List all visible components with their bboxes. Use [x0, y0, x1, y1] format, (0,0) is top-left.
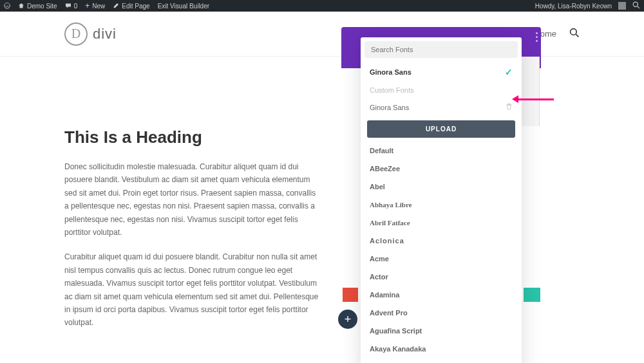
howdy-text[interactable]: Howdy, Lisa-Robyn Keown — [535, 3, 612, 10]
annotation-arrow — [512, 95, 554, 103]
font-list: Default ABeeZee Abel Abhaya Libre Abril … — [361, 142, 522, 363]
font-option[interactable]: Advent Pro — [361, 304, 522, 322]
panel-side-strip — [522, 57, 540, 126]
font-option[interactable]: Akaya Telivigala — [361, 358, 522, 363]
upload-font-button[interactable]: UPLOAD — [367, 120, 515, 138]
paragraph-2: Curabitur aliquet quam id dui posuere bl… — [64, 250, 322, 329]
comments-link[interactable]: 0 — [65, 3, 78, 10]
delete-module-button[interactable] — [343, 288, 358, 302]
font-option[interactable]: Aguafina Script — [361, 322, 522, 340]
svg-line-2 — [638, 6, 639, 8]
font-option[interactable]: Abel — [361, 178, 522, 196]
nav-home-link[interactable]: ome — [540, 29, 556, 39]
logo-icon: D — [64, 23, 88, 46]
logo-text: divi — [93, 26, 117, 42]
wp-admin-bar: Demo Site 0 +New Edit Page Exit Visual B… — [0, 0, 644, 12]
font-option[interactable]: Akaya Kanadaka — [361, 340, 522, 358]
paragraph-1: Donec sollicitudin molestie malesuada. C… — [64, 160, 322, 239]
font-option[interactable]: Abhaya Libre — [361, 196, 522, 214]
font-option[interactable]: Actor — [361, 268, 522, 286]
kebab-menu-icon[interactable] — [532, 32, 541, 42]
search-icon[interactable] — [632, 1, 640, 10]
header-search-icon[interactable] — [569, 28, 580, 40]
edit-page-link[interactable]: Edit Page — [113, 3, 149, 10]
site-header: D divi ome — [0, 12, 644, 57]
svg-point-1 — [633, 2, 638, 6]
exit-builder-link[interactable]: Exit Visual Builder — [158, 3, 209, 10]
add-module-button[interactable]: + — [338, 310, 357, 329]
save-module-button[interactable] — [524, 288, 540, 302]
svg-line-4 — [576, 34, 578, 37]
font-option[interactable]: Abril Fatface — [361, 214, 522, 232]
site-logo[interactable]: D divi — [64, 23, 117, 46]
font-option[interactable]: ABeeZee — [361, 160, 522, 178]
font-option[interactable]: Default — [361, 142, 522, 160]
font-option[interactable]: Adamina — [361, 286, 522, 304]
custom-font-option[interactable]: Ginora Sans — [361, 98, 522, 116]
font-search-input[interactable] — [365, 41, 518, 58]
font-option[interactable]: Acme — [361, 250, 522, 268]
site-name-link[interactable]: Demo Site — [18, 3, 57, 10]
trash-icon[interactable] — [506, 103, 513, 111]
avatar[interactable] — [618, 2, 626, 10]
custom-fonts-label: Custom Fonts — [361, 82, 522, 98]
svg-point-3 — [571, 29, 577, 35]
check-icon: ✓ — [505, 67, 513, 77]
font-option-selected[interactable]: Ginora Sans ✓ — [361, 62, 522, 82]
font-picker-dropdown: Ginora Sans ✓ Custom Fonts Ginora Sans U… — [361, 37, 522, 363]
wp-logo-icon[interactable] — [4, 3, 10, 9]
new-link[interactable]: +New — [85, 1, 105, 10]
font-option[interactable]: Aclonica — [361, 232, 522, 250]
